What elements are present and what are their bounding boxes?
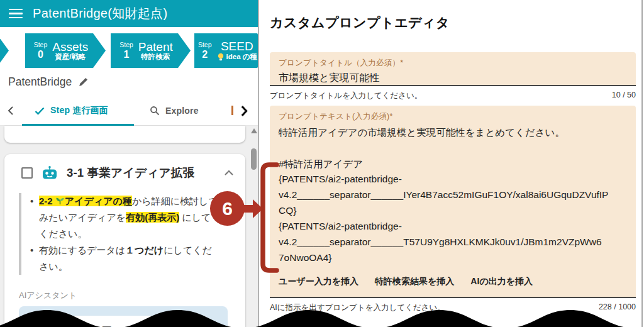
check-icon xyxy=(35,107,45,115)
search-icon xyxy=(150,106,160,116)
task-card-title: 3-1 事業アイディア拡張 xyxy=(67,165,215,180)
robot-icon xyxy=(42,165,58,180)
tabs-scroll-left-icon[interactable] xyxy=(8,106,14,116)
insert-patent-results-button[interactable]: 特許検索結果を挿入 xyxy=(375,276,454,287)
task-card-header: 3-1 事業アイディア拡張 xyxy=(4,154,245,180)
step-subtitle: 資産/戦略 xyxy=(55,53,86,61)
callout-number-badge: 6 xyxy=(210,191,245,226)
menu-icon[interactable] xyxy=(9,9,23,19)
seedling-icon xyxy=(55,196,65,206)
step-subtitle: 特許検索 xyxy=(141,53,170,61)
task-checkbox[interactable] xyxy=(21,167,33,179)
ai-assistant-panel: 事業アイディア xyxy=(19,306,228,327)
step-number: 0 xyxy=(38,50,43,60)
step-name: Assets xyxy=(52,41,88,53)
prompt-text-content[interactable]: 特許活用アイデアの市場規模と実現可能性をまとめてください。 #特許活用アイデア … xyxy=(279,126,627,268)
tab-explore[interactable]: Explore xyxy=(150,96,199,126)
step-name: SEED xyxy=(221,40,253,53)
insert-actions-row: ユーザー入力を挿入 特許検索結果を挿入 AIの出力を挿入 xyxy=(279,276,627,287)
step-0-assets[interactable]: Step 0 Assets 資産/戦略 xyxy=(25,33,106,68)
insert-ai-output-button[interactable]: AIの出力を挿入 xyxy=(470,276,533,287)
prompt-title-label: プロンプトタイトル（入力必須）* xyxy=(279,58,627,69)
insert-user-input-button[interactable]: ユーザー入力を挿入 xyxy=(279,276,358,287)
app-bar: PatentBridge(知財起点) xyxy=(0,0,258,27)
step-2-seed[interactable]: Step 2 SEED idea の種 xyxy=(194,33,259,68)
prompt-line: 7oNwoOA4} xyxy=(279,252,627,268)
prompt-title-value[interactable]: 市場規模と実現可能性 xyxy=(279,72,627,85)
instruction-bullet-2: • 有効にするデータは１つだけにしてください。 xyxy=(30,242,219,275)
callout-bracket xyxy=(258,160,286,275)
prompt-text-field[interactable]: プロンプトテキスト(入力必須)* 特許活用アイデアの市場規模と実現可能性をまとめ… xyxy=(270,106,636,298)
app-title: PatentBridge(知財起点) xyxy=(33,5,167,22)
patentbridge-window: PatentBridge(知財起点) 備 Step 0 Assets 資産/戦略… xyxy=(0,0,259,327)
prompt-line: {PATENTS/ai2-patentbridge- xyxy=(279,174,627,189)
clipped-tab-fragment xyxy=(231,106,233,115)
instruction-bullet-1: • 2-2 アイディアの種から詳細に検討してみたいアイディアを有効(再表示) に… xyxy=(30,193,219,242)
prompt-text-label: プロンプトテキスト(入力必須)* xyxy=(279,111,627,122)
prompt-line: v4.2______separator______T57U9Yg8HXLKMKJ… xyxy=(279,236,627,252)
prompt-line: {PATENTS/ai2-patentbridge- xyxy=(279,221,627,236)
project-name-row: PatentBridge xyxy=(8,75,89,89)
edit-pencil-icon[interactable] xyxy=(78,77,89,87)
prompt-line xyxy=(279,142,627,158)
tab-label: Step 進行画面 xyxy=(50,105,108,116)
scrollbar-thumb[interactable] xyxy=(251,148,257,170)
lightbulb-icon xyxy=(217,53,225,61)
prompt-text-helper-text: AIに指示を出すプロンプトを入力してください。 xyxy=(270,302,445,313)
step-navigation: 備 Step 0 Assets 資産/戦略 Step 1 Patent xyxy=(0,33,258,68)
prompt-line: CQ} xyxy=(279,205,627,221)
editor-title: カスタムプロンプトエディタ xyxy=(270,14,450,31)
ai-assistant-label: AIアシスタント xyxy=(19,290,245,301)
tabs-scroll-right-icon[interactable] xyxy=(240,105,248,117)
prompt-text-helper-row: AIに指示を出すプロンプトを入力してください。 228 / 1000 xyxy=(270,302,636,313)
ai-assistant-message-card: 事業アイディア xyxy=(28,316,208,327)
tab-step-progress[interactable]: Step 進行画面 xyxy=(35,96,108,126)
prompt-text-char-counter: 228 / 1000 xyxy=(599,302,636,313)
prompt-title-char-counter: 10 / 50 xyxy=(612,91,636,101)
step-number: 1 xyxy=(124,50,130,60)
custom-prompt-editor-window: カスタムプロンプトエディタ プロンプトタイトル（入力必須）* 市場規模と実現可能… xyxy=(260,0,643,327)
collapse-chevron-up-icon[interactable] xyxy=(224,170,234,176)
prompt-line: #特許活用アイデア xyxy=(279,158,627,174)
previous-card-bottom xyxy=(4,126,245,143)
prompt-title-helper-text: プロンプトタイトルを入力してください。 xyxy=(270,91,422,101)
project-name: PatentBridge xyxy=(8,75,72,89)
tab-bar: Step 進行画面 Explore xyxy=(0,96,258,126)
scrollbar-up-arrow[interactable] xyxy=(251,128,257,133)
task-card-3-1: 3-1 事業アイディア拡張 • 2-2 アイディアの種から詳細に検討してみたいア… xyxy=(4,154,245,327)
step-prev-fragment[interactable]: 備 xyxy=(0,33,9,68)
tab-label: Explore xyxy=(165,106,199,116)
prompt-title-field[interactable]: プロンプトタイトル（入力必須）* 市場規模と実現可能性 xyxy=(270,52,636,86)
step-label: Step xyxy=(198,42,212,48)
screenshot-root: PatentBridge(知財起点) 備 Step 0 Assets 資産/戦略… xyxy=(0,0,644,327)
step-number: 2 xyxy=(202,50,208,60)
step-subtitle: idea の種 xyxy=(226,53,257,61)
step-label: Step xyxy=(119,42,133,48)
step-label: Step xyxy=(34,42,48,48)
step-name: Patent xyxy=(138,41,173,53)
prompt-title-helper-row: プロンプトタイトルを入力してください。 10 / 50 xyxy=(270,91,636,101)
step-1-patent[interactable]: Step 1 Patent 特許検索 xyxy=(111,33,191,68)
prompt-line: v4.2______separator______IYer4B7acc52mIG… xyxy=(279,189,627,205)
prompt-line: 特許活用アイデアの市場規模と実現可能性をまとめてください。 xyxy=(279,126,627,142)
